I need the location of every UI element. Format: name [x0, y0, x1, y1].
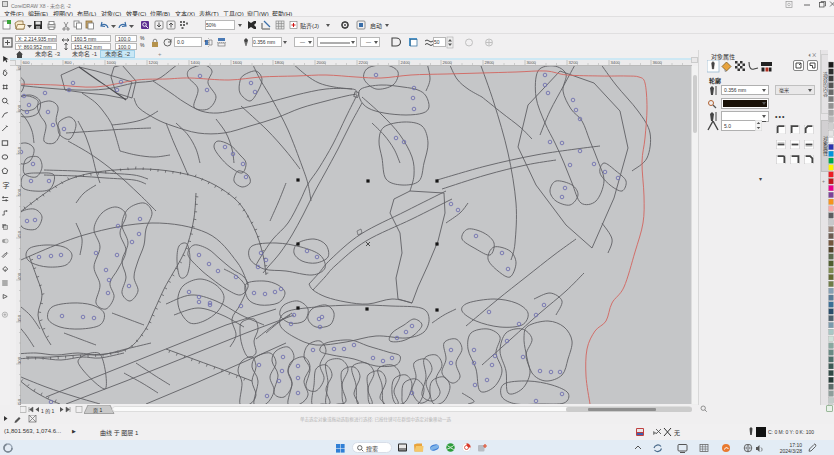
svg-text:2200: 2200: [359, 60, 369, 65]
svg-text:3400: 3400: [611, 60, 621, 65]
svg-text:800: 800: [65, 60, 73, 65]
svg-text:页 1: 页 1: [93, 407, 102, 414]
svg-text:1400: 1400: [191, 60, 201, 65]
svg-text:2800: 2800: [485, 60, 495, 65]
svg-text:1800: 1800: [275, 60, 285, 65]
svg-text:1000: 1000: [107, 60, 117, 65]
svg-text:3000: 3000: [527, 60, 537, 65]
svg-text:3200: 3200: [569, 60, 579, 65]
svg-text:600: 600: [23, 60, 31, 65]
svg-text:2600: 2600: [443, 60, 453, 65]
svg-text:2400: 2400: [401, 60, 411, 65]
svg-text:字: 字: [2, 181, 9, 190]
svg-text:1600: 1600: [233, 60, 243, 65]
svg-text:2000: 2000: [317, 60, 327, 65]
svg-text:1200: 1200: [149, 60, 159, 65]
svg-text:3600: 3600: [653, 60, 663, 65]
